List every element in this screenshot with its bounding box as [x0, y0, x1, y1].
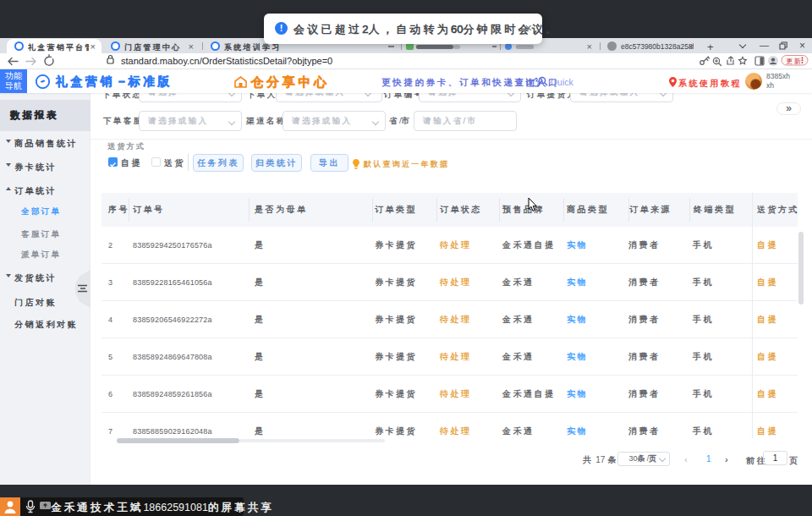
svg-text:更新: 更新	[787, 58, 802, 65]
